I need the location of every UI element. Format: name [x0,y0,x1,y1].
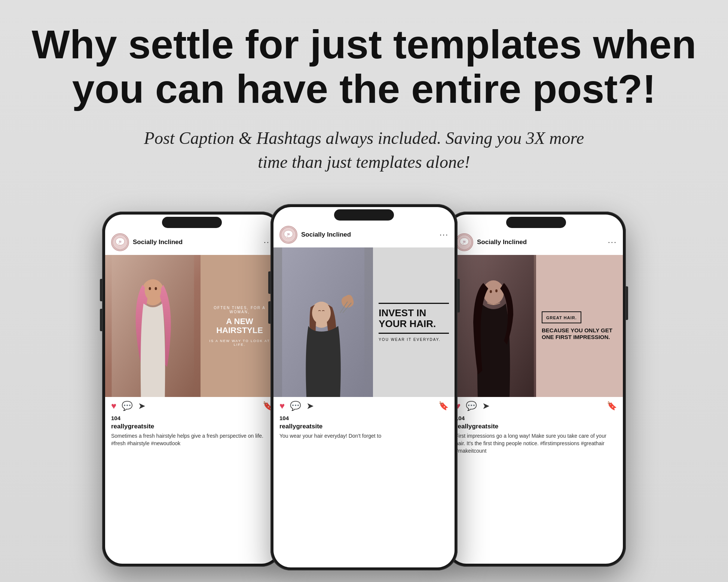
ig-actions-right: ♥ 💬 ➤ 🔖 [449,397,623,415]
phone-left: SI Socially Inclined ··· [102,212,282,567]
ig-caption-left: Sometimes a fresh hairstyle helps give a… [105,432,279,451]
ig-username-right: Socially Inclined [477,238,527,246]
phone-btn-power-right [626,286,628,320]
ig-actions-center: ♥ 💬 ➤ 🔖 [273,397,455,415]
ig-post-left: SI Socially Inclined ··· [105,215,279,564]
post-img-left: OFTEN TIMES, FOR A WOMAN, A NEW HAIRSTYL… [105,255,279,397]
post-img-right-photo [449,255,536,397]
svg-point-8 [155,287,157,290]
phone-inner-center: SI Socially Inclined ··· [273,207,455,567]
ig-header-center: SI Socially Inclined ··· [273,222,455,247]
great-hair-label: GREAT HAIR. [546,315,577,320]
ig-header-left-group: SI Socially Inclined [111,233,183,251]
ig-likes-center: 104 [273,415,455,421]
share-icon-right[interactable]: ➤ [482,401,490,411]
ig-header-center-group: SI Socially Inclined [279,226,351,244]
comment-icon-right[interactable]: 💬 [466,401,477,411]
logo-svg-right: SI [456,234,472,250]
phone-notch-center [334,209,394,221]
phone-btn-volume1-center [268,271,270,294]
ig-avatar-center: SI [279,226,297,244]
post-img-left-photo [105,255,201,397]
ig-likes-left: 104 [105,415,279,421]
post-img-center: INVEST IN YOUR HAIR. YOU WEAR IT EVERYDA… [273,247,455,397]
phone-btn-volume2-left [100,309,102,331]
ig-header-right-group: SI Socially Inclined [455,233,527,251]
invest-text-small: YOU WEAR IT EVERYDAY. [379,338,449,342]
logo-svg-left: SI [112,234,128,250]
svg-text:SI: SI [287,233,290,235]
ig-avatar-right: SI [455,233,473,251]
ig-caption-right: First impressions go a long way! Make su… [449,432,623,458]
phone-inner-right: SI Socially Inclined ··· [449,215,623,564]
phone-notch-left [162,217,222,228]
woman-figure-left [105,255,201,397]
phone-notch-right [506,217,566,228]
like-icon-left[interactable]: ♥ [111,401,116,411]
phones-container: SI Socially Inclined ··· [30,204,698,570]
post-text-sub-left: IS A NEW WAY TO LOOK AT LIFE. [206,339,273,347]
invest-text-big: INVEST IN YOUR HAIR. [379,303,449,334]
ig-username-center: Socially Inclined [301,231,351,238]
phone-center: SI Socially Inclined ··· [270,204,458,570]
post-img-left-text: OFTEN TIMES, FOR A WOMAN, A NEW HAIRSTYL… [201,255,279,397]
ig-account-left[interactable]: reallygreatsite [105,421,279,432]
ig-account-center[interactable]: reallygreatsite [273,421,455,432]
great-hair-box: GREAT HAIR. [542,311,581,323]
svg-point-24 [490,290,492,293]
ig-caption-center: You wear your hair everyday! Don't forge… [273,432,455,444]
svg-point-6 [145,280,161,301]
ig-likes-right: 104 [449,415,623,421]
ig-actions-center-icons: ♥ 💬 ➤ [279,401,314,411]
ig-account-right[interactable]: reallygreatsite [449,421,623,432]
post-text-small-left: OFTEN TIMES, FOR A WOMAN, [206,306,273,314]
post-img-center-photo [273,247,373,397]
phone-btn-volume1-left [100,279,102,301]
share-icon-center[interactable]: ➤ [306,401,314,411]
ig-image-area-left: OFTEN TIMES, FOR A WOMAN, A NEW HAIRSTYL… [105,255,279,397]
like-icon-center[interactable]: ♥ [279,401,285,411]
share-icon-left[interactable]: ➤ [138,401,146,411]
ig-dots-center[interactable]: ··· [440,230,449,240]
ig-dots-right[interactable]: ··· [608,237,617,247]
page-container: Why settle for just templates when you c… [0,0,728,582]
ig-post-right: SI Socially Inclined ··· [449,215,623,564]
svg-text:SI: SI [463,240,466,243]
ig-image-area-right: GREAT HAIR. BECAUSE YOU ONLY GET ONE FIR… [449,255,623,397]
ig-image-area-center: INVEST IN YOUR HAIR. YOU WEAR IT EVERYDA… [273,247,455,397]
hair-styling-figure [273,247,373,397]
ig-actions-left: ♥ 💬 ➤ 🔖 [105,397,279,415]
post-img-center-text: INVEST IN YOUR HAIR. YOU WEAR IT EVERYDA… [373,247,455,397]
svg-text:SI: SI [119,240,122,243]
phone-btn-power-center [458,279,460,312]
ig-header-right: SI Socially Inclined ··· [449,230,623,255]
ig-header-left: SI Socially Inclined ··· [105,230,279,255]
great-hair-text: BECAUSE YOU ONLY GET ONE FIRST IMPRESSIO… [542,327,617,341]
comment-icon-left[interactable]: 💬 [122,401,133,411]
phone-inner-left: SI Socially Inclined ··· [105,215,279,564]
ig-actions-left-icons: ♥ 💬 ➤ [111,401,146,411]
ig-avatar-left: SI [111,233,129,251]
ig-post-center: SI Socially Inclined ··· [273,207,455,567]
bookmark-icon-right[interactable]: 🔖 [607,401,617,411]
logo-svg-center: SI [280,227,297,243]
post-img-right: GREAT HAIR. BECAUSE YOU ONLY GET ONE FIR… [449,255,623,397]
svg-point-25 [495,289,498,292]
bookmark-icon-center[interactable]: 🔖 [438,401,449,411]
post-text-big-left: A NEW HAIRSTYLE [206,317,273,335]
headline: Why settle for just templates when you c… [31,22,697,111]
post-img-right-text: GREAT HAIR. BECAUSE YOU ONLY GET ONE FIR… [536,255,623,397]
phone-right: SI Socially Inclined ··· [446,212,626,567]
svg-point-15 [312,302,331,324]
ig-username-left: Socially Inclined [133,238,183,246]
svg-point-7 [149,287,151,290]
woman-figure-right [449,255,536,397]
comment-icon-center[interactable]: 💬 [290,401,301,411]
phone-btn-volume2-center [268,301,270,324]
ig-actions-right-icons: ♥ 💬 ➤ [455,401,490,411]
subheadline: Post Caption & Hashtags always included.… [140,126,588,175]
